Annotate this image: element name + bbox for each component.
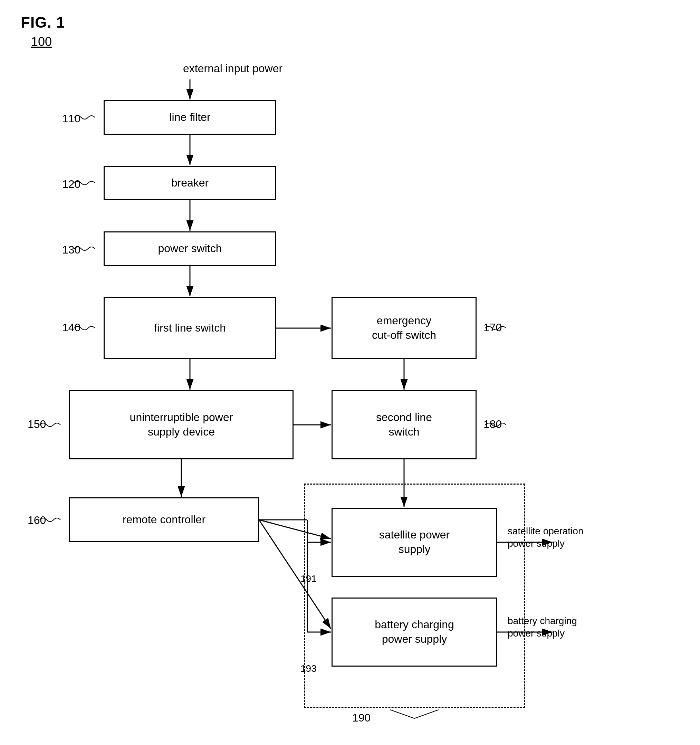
ref-140: 140 xyxy=(62,321,81,334)
system-number: 100 xyxy=(31,34,52,49)
first-line-switch-box: first line switch xyxy=(103,297,276,359)
battery-charging-output-label: battery charging power supply xyxy=(508,615,577,640)
svg-line-15 xyxy=(390,710,414,718)
ref-110: 110 xyxy=(62,112,81,125)
power-switch-box: power switch xyxy=(103,232,276,266)
svg-line-16 xyxy=(414,710,438,718)
ref-130: 130 xyxy=(62,244,81,256)
ref-193: 193 xyxy=(301,663,317,674)
satellite-operation-label: satellite operation power supply xyxy=(508,525,583,550)
emergency-cutoff-box: emergency cut-off switch xyxy=(332,297,477,359)
battery-charging-box: battery charging power supply xyxy=(332,597,497,667)
ref-120: 120 xyxy=(62,178,81,191)
ref-190: 190 xyxy=(352,712,371,724)
ref-191: 191 xyxy=(301,573,317,584)
ups-box: uninterruptible power supply device xyxy=(69,390,293,459)
external-input-label: external input power xyxy=(183,62,283,75)
diagram: FIG. 1 100 external input power line fil… xyxy=(0,0,700,745)
second-line-switch-box: second line switch xyxy=(332,390,477,459)
ref-180: 180 xyxy=(483,418,502,431)
breaker-box: breaker xyxy=(103,166,276,200)
ref-150: 150 xyxy=(28,418,46,431)
ref-160: 160 xyxy=(28,514,46,527)
line-filter-box: line filter xyxy=(103,100,276,135)
satellite-power-box: satellite power supply xyxy=(332,508,497,577)
ref-170: 170 xyxy=(483,321,502,334)
remote-controller-box: remote controller xyxy=(69,497,259,542)
fig-title: FIG. 1 xyxy=(21,14,65,31)
